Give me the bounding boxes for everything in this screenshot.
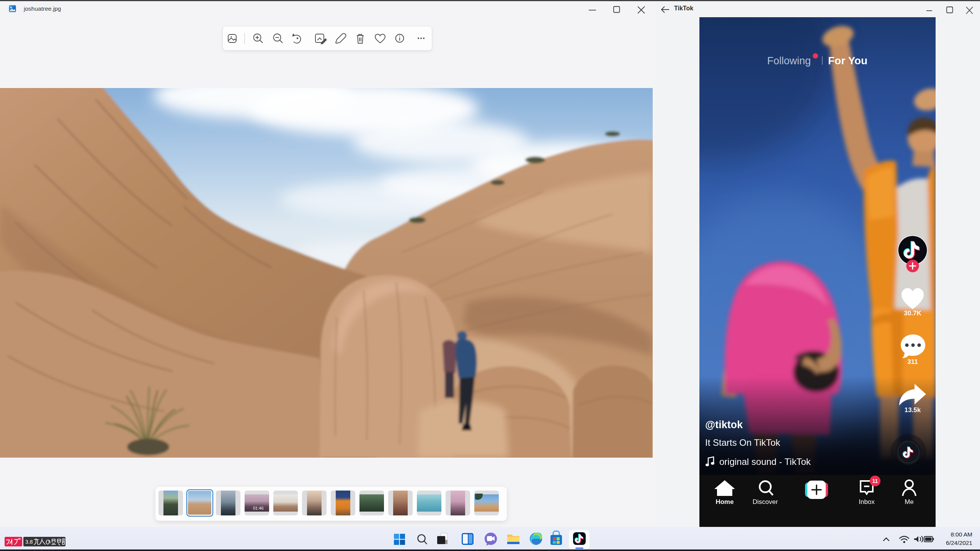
- svg-text:Me: Me: [905, 498, 914, 505]
- svg-text:3.8: 3.8: [25, 539, 33, 545]
- svg-text:Discover: Discover: [753, 498, 778, 505]
- svg-text:11: 11: [872, 478, 878, 484]
- svg-text:Inbox: Inbox: [859, 498, 875, 505]
- svg-text:Home: Home: [715, 498, 733, 505]
